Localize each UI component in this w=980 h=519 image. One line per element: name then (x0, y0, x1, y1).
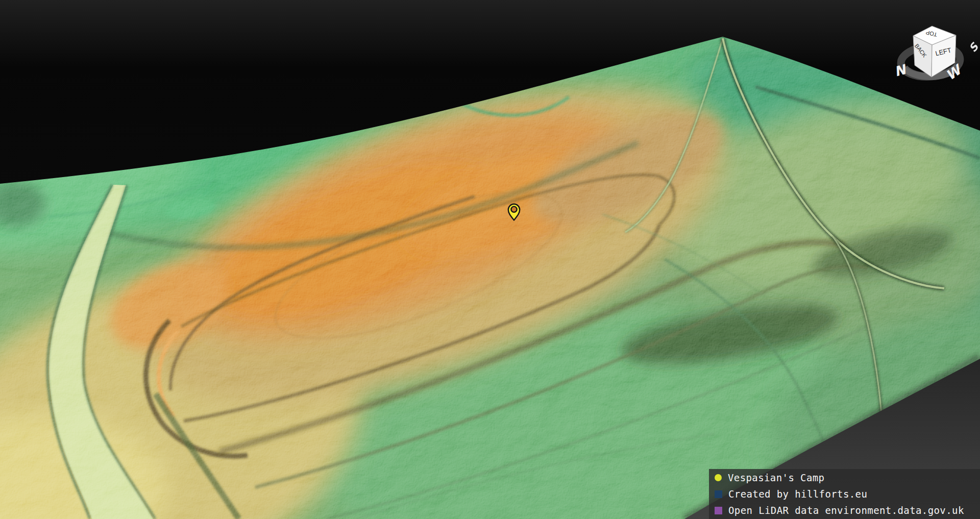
legend-item: Open LiDAR data environment.data.gov.uk (715, 503, 980, 518)
surface-grain-texture (0, 0, 980, 519)
navigation-cube[interactable]: S TOP BACK LEFT N W (893, 26, 980, 83)
legend-item: Created by hillforts.eu (715, 487, 980, 502)
legend-marker-credit (715, 490, 722, 498)
legend-item-label: Open LiDAR data environment.data.gov.uk (728, 503, 964, 518)
legend-marker-data-source (715, 507, 722, 514)
legend-item-label: Vespasian's Camp (728, 471, 824, 485)
viewer-canvas[interactable]: S TOP BACK LEFT N W Vespasian's Camp Cre… (0, 0, 980, 519)
terrain-mesh[interactable] (0, 0, 980, 519)
legend-item-label: Created by hillforts.eu (728, 487, 867, 502)
legend-item: Vespasian's Camp (715, 471, 980, 485)
legend-panel: Vespasian's Camp Created by hillforts.eu… (709, 469, 980, 519)
compass-south-label: S (967, 40, 980, 55)
legend-marker-site (715, 474, 722, 481)
pin-hole (511, 207, 517, 212)
terrain-scene-svg: S TOP BACK LEFT N W (0, 0, 980, 519)
